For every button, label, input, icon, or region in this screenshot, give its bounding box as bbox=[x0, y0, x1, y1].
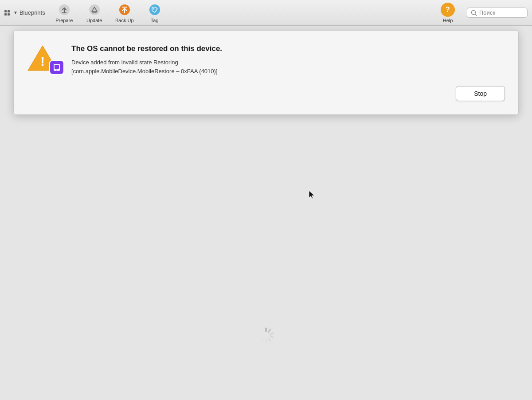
dialog-title: The OS cannot be restored on this device… bbox=[71, 44, 505, 54]
update-icon bbox=[87, 3, 102, 17]
prepare-icon bbox=[57, 3, 71, 17]
main-area: ! The OS cannot be restored on this devi… bbox=[0, 26, 532, 400]
dialog-message-line1: Device added from invalid state Restorin… bbox=[71, 59, 178, 66]
toolbar-backup[interactable]: Back Up bbox=[113, 3, 136, 23]
toolbar-help[interactable]: ? Help bbox=[437, 3, 459, 23]
svg-point-12 bbox=[56, 70, 57, 71]
stop-button[interactable]: Stop bbox=[456, 86, 505, 101]
svg-text:!: ! bbox=[40, 54, 45, 69]
backup-icon bbox=[117, 3, 132, 17]
svg-rect-11 bbox=[55, 65, 59, 69]
search-box[interactable] bbox=[467, 8, 528, 18]
prepare-label: Prepare bbox=[55, 18, 73, 23]
search-icon bbox=[471, 10, 477, 16]
cursor bbox=[308, 190, 315, 201]
toolbar-tag[interactable]: Tag bbox=[144, 3, 166, 23]
svg-line-16 bbox=[270, 336, 274, 338]
svg-line-21 bbox=[259, 333, 262, 335]
svg-line-20 bbox=[259, 336, 262, 338]
dialog-actions: Stop bbox=[27, 86, 505, 101]
svg-line-17 bbox=[269, 338, 270, 341]
update-label: Update bbox=[86, 18, 102, 23]
dialog-message-line2: [com.apple.MobileDevice.MobileRestore – … bbox=[71, 68, 218, 75]
svg-line-15 bbox=[270, 333, 274, 335]
blueprints-label: Blueprints bbox=[20, 9, 45, 16]
backup-label: Back Up bbox=[115, 18, 134, 23]
dialog-text: The OS cannot be restored on this device… bbox=[71, 44, 505, 75]
error-dialog: ! The OS cannot be restored on this devi… bbox=[13, 30, 519, 115]
svg-point-6 bbox=[153, 8, 154, 9]
tag-icon bbox=[148, 3, 162, 17]
toolbar-update[interactable]: Update bbox=[83, 3, 106, 23]
toolbar-prepare[interactable]: Prepare bbox=[53, 3, 75, 23]
svg-rect-3 bbox=[92, 12, 97, 13]
svg-rect-1 bbox=[62, 12, 66, 13]
warning-icon-container: ! bbox=[27, 44, 63, 73]
help-icon: ? bbox=[441, 3, 455, 17]
svg-point-5 bbox=[149, 4, 160, 15]
device-icon bbox=[52, 63, 61, 72]
toolbar: ▼ Blueprints Prepare Update bbox=[0, 0, 532, 26]
svg-line-14 bbox=[269, 329, 270, 332]
chevron-down-icon: ▼ bbox=[13, 10, 18, 15]
tag-label: Tag bbox=[151, 18, 159, 23]
search-input[interactable] bbox=[479, 9, 524, 16]
grid-icon[interactable] bbox=[4, 10, 10, 16]
device-icon-overlay bbox=[49, 60, 64, 75]
spinner bbox=[256, 325, 276, 347]
dialog-content: ! The OS cannot be restored on this devi… bbox=[27, 44, 505, 75]
svg-line-22 bbox=[262, 329, 264, 332]
svg-point-2 bbox=[89, 4, 100, 15]
help-label: Help bbox=[443, 18, 453, 23]
dialog-message: Device added from invalid state Restorin… bbox=[71, 58, 505, 75]
svg-line-19 bbox=[262, 338, 264, 341]
